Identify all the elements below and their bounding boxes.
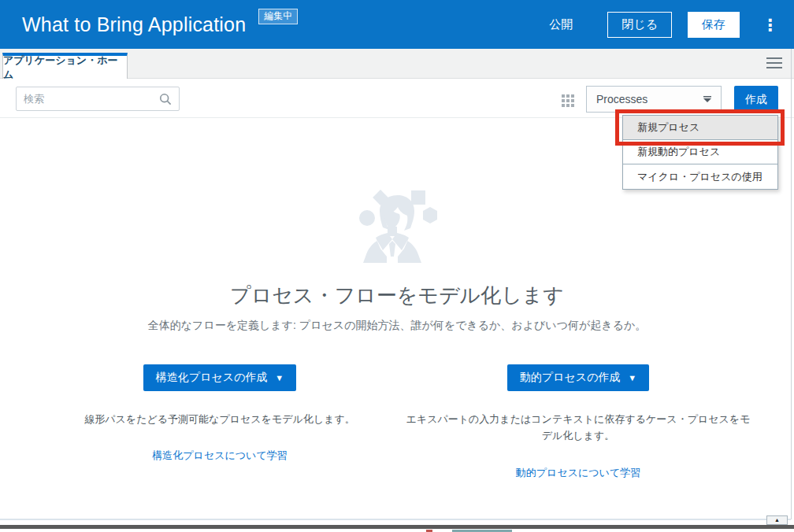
caret-down-icon: ▼ xyxy=(628,373,636,382)
publish-button[interactable]: 公開 xyxy=(549,17,573,32)
caret-down-icon: ▼ xyxy=(275,373,284,382)
search-icon xyxy=(159,93,172,105)
close-button[interactable]: 閉じる xyxy=(607,12,672,38)
app-title: What to Bring Application xyxy=(22,13,246,36)
dynamic-process-description: エキスパートの入力またはコンテキストに依存するケース・プロセスをモデル化します。 xyxy=(405,411,751,445)
button-label: 構造化プロセスの作成 xyxy=(156,371,268,383)
toolbar: Processes 作成 xyxy=(0,79,794,118)
window-bottom-edge xyxy=(0,525,794,529)
structured-process-description: 線形パスをたどる予測可能なプロセスをモデル化します。 xyxy=(84,411,354,427)
page-title: プロセス・フローをモデル化します xyxy=(230,282,564,309)
create-menu: 新規プロセス 新規動的プロセス マイクロ・プロセスの使用 xyxy=(622,115,778,190)
button-label: 動的プロセスの作成 xyxy=(520,371,621,383)
persona-illustration-icon xyxy=(349,184,445,271)
dynamic-process-column: 動的プロセスの作成 ▼ エキスパートの入力またはコンテキストに依存するケース・プ… xyxy=(401,364,755,480)
process-options: 構造化プロセスの作成 ▼ 線形パスをたどる予測可能なプロセスをモデル化します。 … xyxy=(0,364,794,480)
search-input[interactable] xyxy=(24,93,159,105)
menu-item-label: 新規動的プロセス xyxy=(637,145,720,159)
tab-label: アプリケーション・ホーム xyxy=(3,54,127,82)
create-dynamic-process-button[interactable]: 動的プロセスの作成 ▼ xyxy=(507,364,649,391)
grid-view-icon[interactable] xyxy=(562,94,577,110)
menu-item-use-micro-process[interactable]: マイクロ・プロセスの使用 xyxy=(623,164,777,189)
select-dropdown-arrow-icon xyxy=(694,87,721,112)
structured-process-column: 構造化プロセスの作成 ▼ 線形パスをたどる予測可能なプロセスをモデル化します。 … xyxy=(39,364,401,480)
editing-status-badge: 編集中 xyxy=(258,9,298,24)
list-menu-icon[interactable] xyxy=(766,57,782,72)
kebab-menu-icon[interactable]: ⋮ xyxy=(757,17,783,33)
bottom-divider xyxy=(0,519,791,520)
learn-dynamic-process-link[interactable]: 動的プロセスについて学習 xyxy=(516,466,640,480)
menu-item-label: マイクロ・プロセスの使用 xyxy=(637,170,762,184)
process-type-select[interactable]: Processes xyxy=(586,86,722,113)
page-subtitle: 全体的なフローを定義します: プロセスの開始方法、誰が何をできるか、およびいつ何… xyxy=(148,319,647,333)
window-right-edge xyxy=(791,49,792,519)
tab-application-home[interactable]: アプリケーション・ホーム xyxy=(2,53,128,79)
scroll-top-button[interactable]: ▲ xyxy=(766,515,788,525)
create-button[interactable]: 作成 xyxy=(734,86,778,113)
save-button[interactable]: 保存 xyxy=(688,12,740,38)
menu-item-label: 新規プロセス xyxy=(637,120,699,135)
tab-strip: アプリケーション・ホーム xyxy=(0,49,794,79)
menu-item-new-dynamic-process[interactable]: 新規動的プロセス xyxy=(623,140,777,164)
learn-structured-process-link[interactable]: 構造化プロセスについて学習 xyxy=(152,449,287,463)
menu-item-new-process[interactable]: 新規プロセス xyxy=(623,116,777,140)
app-header: What to Bring Application 編集中 公開 閉じる 保存 … xyxy=(0,0,794,49)
create-structured-process-button[interactable]: 構造化プロセスの作成 ▼ xyxy=(143,364,296,391)
process-type-select-value: Processes xyxy=(596,93,647,105)
search-box xyxy=(16,87,180,111)
